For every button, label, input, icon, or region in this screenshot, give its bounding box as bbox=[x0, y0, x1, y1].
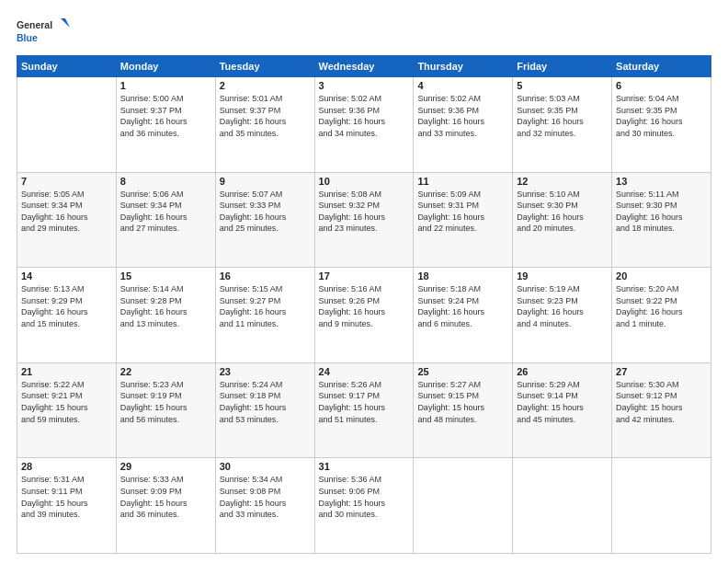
svg-marker-2 bbox=[61, 18, 70, 28]
calendar-week-row: 1Sunrise: 5:00 AM Sunset: 9:37 PM Daylig… bbox=[17, 77, 711, 173]
day-info: Sunrise: 5:26 AM Sunset: 9:17 PM Dayligh… bbox=[319, 379, 410, 425]
day-info: Sunrise: 5:31 AM Sunset: 9:11 PM Dayligh… bbox=[21, 474, 112, 520]
day-info: Sunrise: 5:18 AM Sunset: 9:24 PM Dayligh… bbox=[417, 283, 508, 329]
day-info: Sunrise: 5:01 AM Sunset: 9:37 PM Dayligh… bbox=[220, 93, 311, 139]
day-info: Sunrise: 5:24 AM Sunset: 9:18 PM Dayligh… bbox=[220, 379, 311, 425]
calendar-cell: 27Sunrise: 5:30 AM Sunset: 9:12 PM Dayli… bbox=[612, 362, 711, 458]
calendar-table: SundayMondayTuesdayWednesdayThursdayFrid… bbox=[17, 55, 711, 554]
day-number: 4 bbox=[417, 80, 508, 91]
calendar-cell: 7Sunrise: 5:05 AM Sunset: 9:34 PM Daylig… bbox=[17, 172, 117, 268]
calendar-cell: 17Sunrise: 5:16 AM Sunset: 9:26 PM Dayli… bbox=[314, 268, 414, 363]
calendar-cell bbox=[17, 77, 117, 173]
day-number: 23 bbox=[220, 366, 311, 377]
calendar-cell: 1Sunrise: 5:00 AM Sunset: 9:37 PM Daylig… bbox=[116, 77, 215, 173]
weekday-header: Monday bbox=[116, 56, 215, 77]
svg-text:General: General bbox=[17, 19, 52, 30]
calendar-cell: 24Sunrise: 5:26 AM Sunset: 9:17 PM Dayli… bbox=[314, 362, 414, 458]
day-number: 22 bbox=[120, 366, 211, 377]
day-number: 2 bbox=[220, 80, 311, 91]
day-number: 5 bbox=[517, 80, 608, 91]
calendar-cell: 13Sunrise: 5:11 AM Sunset: 9:30 PM Dayli… bbox=[612, 172, 711, 268]
calendar-cell: 26Sunrise: 5:29 AM Sunset: 9:14 PM Dayli… bbox=[513, 362, 612, 458]
day-info: Sunrise: 5:33 AM Sunset: 9:09 PM Dayligh… bbox=[120, 474, 211, 520]
day-info: Sunrise: 5:07 AM Sunset: 9:33 PM Dayligh… bbox=[220, 189, 311, 235]
calendar-cell: 19Sunrise: 5:19 AM Sunset: 9:23 PM Dayli… bbox=[513, 268, 612, 363]
weekday-header: Friday bbox=[513, 56, 612, 77]
calendar-cell: 22Sunrise: 5:23 AM Sunset: 9:19 PM Dayli… bbox=[116, 362, 215, 458]
day-number: 21 bbox=[21, 366, 112, 377]
day-info: Sunrise: 5:22 AM Sunset: 9:21 PM Dayligh… bbox=[21, 379, 112, 425]
svg-text:Blue: Blue bbox=[17, 32, 38, 43]
calendar-cell: 21Sunrise: 5:22 AM Sunset: 9:21 PM Dayli… bbox=[17, 362, 117, 458]
weekday-header-row: SundayMondayTuesdayWednesdayThursdayFrid… bbox=[17, 56, 711, 77]
weekday-header: Wednesday bbox=[314, 56, 414, 77]
day-number: 10 bbox=[319, 176, 410, 187]
calendar-cell: 10Sunrise: 5:08 AM Sunset: 9:32 PM Dayli… bbox=[314, 172, 414, 268]
weekday-header: Saturday bbox=[612, 56, 711, 77]
calendar-cell: 9Sunrise: 5:07 AM Sunset: 9:33 PM Daylig… bbox=[215, 172, 314, 268]
day-number: 6 bbox=[616, 80, 707, 91]
calendar-week-row: 21Sunrise: 5:22 AM Sunset: 9:21 PM Dayli… bbox=[17, 362, 711, 458]
calendar-cell: 16Sunrise: 5:15 AM Sunset: 9:27 PM Dayli… bbox=[215, 268, 314, 363]
calendar-cell bbox=[513, 458, 612, 554]
day-number: 11 bbox=[417, 176, 508, 187]
day-info: Sunrise: 5:04 AM Sunset: 9:35 PM Dayligh… bbox=[616, 93, 707, 139]
day-number: 7 bbox=[21, 176, 112, 187]
day-info: Sunrise: 5:11 AM Sunset: 9:30 PM Dayligh… bbox=[616, 189, 707, 235]
day-info: Sunrise: 5:13 AM Sunset: 9:29 PM Dayligh… bbox=[21, 283, 112, 329]
day-info: Sunrise: 5:29 AM Sunset: 9:14 PM Dayligh… bbox=[517, 379, 608, 425]
day-number: 16 bbox=[220, 270, 311, 282]
day-number: 31 bbox=[319, 461, 410, 472]
day-number: 9 bbox=[220, 176, 311, 187]
calendar-week-row: 14Sunrise: 5:13 AM Sunset: 9:29 PM Dayli… bbox=[17, 268, 711, 363]
calendar-cell: 2Sunrise: 5:01 AM Sunset: 9:37 PM Daylig… bbox=[215, 77, 314, 173]
day-number: 8 bbox=[120, 176, 211, 187]
calendar-cell: 5Sunrise: 5:03 AM Sunset: 9:35 PM Daylig… bbox=[513, 77, 612, 173]
day-info: Sunrise: 5:00 AM Sunset: 9:37 PM Dayligh… bbox=[120, 93, 211, 139]
day-number: 19 bbox=[517, 270, 608, 282]
calendar-cell: 14Sunrise: 5:13 AM Sunset: 9:29 PM Dayli… bbox=[17, 268, 117, 363]
day-info: Sunrise: 5:08 AM Sunset: 9:32 PM Dayligh… bbox=[319, 189, 410, 235]
day-info: Sunrise: 5:05 AM Sunset: 9:34 PM Dayligh… bbox=[21, 189, 112, 235]
day-info: Sunrise: 5:02 AM Sunset: 9:36 PM Dayligh… bbox=[417, 93, 508, 139]
calendar-cell: 12Sunrise: 5:10 AM Sunset: 9:30 PM Dayli… bbox=[513, 172, 612, 268]
day-info: Sunrise: 5:19 AM Sunset: 9:23 PM Dayligh… bbox=[517, 283, 608, 329]
day-info: Sunrise: 5:36 AM Sunset: 9:06 PM Dayligh… bbox=[319, 474, 410, 520]
calendar-week-row: 7Sunrise: 5:05 AM Sunset: 9:34 PM Daylig… bbox=[17, 172, 711, 268]
logo-svg: General Blue bbox=[17, 17, 72, 46]
calendar-week-row: 28Sunrise: 5:31 AM Sunset: 9:11 PM Dayli… bbox=[17, 458, 711, 554]
day-number: 20 bbox=[616, 270, 707, 282]
weekday-header: Sunday bbox=[17, 56, 117, 77]
day-number: 15 bbox=[120, 270, 211, 282]
day-number: 27 bbox=[616, 366, 707, 377]
header: General Blue bbox=[17, 17, 711, 46]
day-info: Sunrise: 5:16 AM Sunset: 9:26 PM Dayligh… bbox=[319, 283, 410, 329]
calendar-cell: 25Sunrise: 5:27 AM Sunset: 9:15 PM Dayli… bbox=[414, 362, 513, 458]
day-number: 3 bbox=[319, 80, 410, 91]
calendar-cell: 4Sunrise: 5:02 AM Sunset: 9:36 PM Daylig… bbox=[414, 77, 513, 173]
day-number: 17 bbox=[319, 270, 410, 282]
calendar-cell: 11Sunrise: 5:09 AM Sunset: 9:31 PM Dayli… bbox=[414, 172, 513, 268]
day-info: Sunrise: 5:23 AM Sunset: 9:19 PM Dayligh… bbox=[120, 379, 211, 425]
weekday-header: Tuesday bbox=[215, 56, 314, 77]
day-number: 12 bbox=[517, 176, 608, 187]
logo: General Blue bbox=[17, 17, 72, 46]
day-number: 30 bbox=[220, 461, 311, 472]
day-info: Sunrise: 5:20 AM Sunset: 9:22 PM Dayligh… bbox=[616, 283, 707, 329]
day-info: Sunrise: 5:09 AM Sunset: 9:31 PM Dayligh… bbox=[417, 189, 508, 235]
day-number: 26 bbox=[517, 366, 608, 377]
day-number: 25 bbox=[417, 366, 508, 377]
calendar-cell bbox=[414, 458, 513, 554]
calendar-cell: 18Sunrise: 5:18 AM Sunset: 9:24 PM Dayli… bbox=[414, 268, 513, 363]
calendar-cell: 20Sunrise: 5:20 AM Sunset: 9:22 PM Dayli… bbox=[612, 268, 711, 363]
day-info: Sunrise: 5:30 AM Sunset: 9:12 PM Dayligh… bbox=[616, 379, 707, 425]
day-info: Sunrise: 5:14 AM Sunset: 9:28 PM Dayligh… bbox=[120, 283, 211, 329]
calendar-cell bbox=[612, 458, 711, 554]
day-number: 28 bbox=[21, 461, 112, 472]
calendar-cell: 8Sunrise: 5:06 AM Sunset: 9:34 PM Daylig… bbox=[116, 172, 215, 268]
day-number: 1 bbox=[120, 80, 211, 91]
day-info: Sunrise: 5:06 AM Sunset: 9:34 PM Dayligh… bbox=[120, 189, 211, 235]
weekday-header: Thursday bbox=[414, 56, 513, 77]
day-info: Sunrise: 5:02 AM Sunset: 9:36 PM Dayligh… bbox=[319, 93, 410, 139]
calendar-cell: 28Sunrise: 5:31 AM Sunset: 9:11 PM Dayli… bbox=[17, 458, 117, 554]
